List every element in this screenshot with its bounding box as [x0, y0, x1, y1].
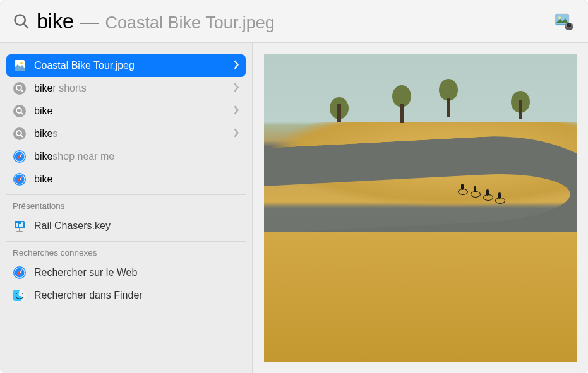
- section-header-related: Recherches connexes: [6, 241, 246, 261]
- safari-icon: [13, 172, 27, 186]
- keynote-file-icon: [13, 219, 27, 233]
- chevron-right-icon: [233, 83, 239, 95]
- search-query-text: bike: [37, 9, 74, 33]
- svg-point-11: [13, 82, 26, 95]
- search-completion-text: Coastal Bike Tour.jpeg: [105, 13, 275, 33]
- suggestion-row[interactable]: bike: [6, 168, 246, 191]
- svg-point-4: [558, 16, 561, 19]
- svg-rect-30: [19, 224, 21, 227]
- safari-icon: [13, 150, 27, 163]
- svg-point-7: [567, 23, 572, 28]
- svg-point-0: [15, 15, 25, 25]
- svg-point-14: [13, 105, 26, 117]
- suggestion-label: bikes: [34, 128, 233, 139]
- result-label: Rechercher sur le Web: [34, 267, 239, 278]
- search-icon: [13, 81, 27, 95]
- safari-icon: [13, 266, 27, 280]
- svg-point-8: [569, 24, 570, 25]
- svg-point-36: [16, 293, 17, 294]
- search-input[interactable]: bike — Coastal Bike Tour.jpeg: [37, 9, 575, 33]
- search-icon: [13, 13, 30, 30]
- result-label: Coastal Bike Tour.jpeg: [34, 60, 233, 71]
- preview-app-icon: [554, 11, 575, 33]
- section-header-presentations: Présentations: [6, 194, 246, 215]
- svg-line-1: [24, 24, 28, 28]
- chevron-right-icon: [233, 60, 239, 72]
- jpeg-file-icon: [13, 59, 27, 73]
- suggestion-row[interactable]: bikes: [6, 122, 246, 145]
- suggestion-label: biker shorts: [34, 83, 233, 94]
- suggestion-row[interactable]: biker shorts: [6, 77, 246, 100]
- svg-point-37: [22, 293, 23, 294]
- search-icon: [13, 104, 27, 118]
- suggestion-label: bike: [34, 105, 233, 117]
- search-bar[interactable]: bike — Coastal Bike Tour.jpeg: [0, 0, 588, 43]
- suggestion-label: bike: [34, 174, 239, 185]
- search-web-row[interactable]: Rechercher sur le Web: [6, 261, 246, 284]
- svg-point-10: [20, 62, 23, 64]
- chevron-right-icon: [233, 105, 239, 117]
- result-label: Rail Chasers.key: [34, 220, 239, 232]
- svg-point-17: [13, 127, 26, 140]
- svg-rect-31: [21, 222, 23, 227]
- spotlight-window: bike — Coastal Bike Tour.jpeg: [0, 0, 588, 373]
- svg-rect-29: [16, 223, 18, 227]
- svg-rect-28: [16, 231, 23, 232]
- search-icon: [13, 127, 27, 141]
- result-label: Rechercher dans Finder: [34, 290, 239, 301]
- result-top-hit[interactable]: Coastal Bike Tour.jpeg: [6, 54, 246, 77]
- body-area: Coastal Bike Tour.jpeg biker shorts bike: [0, 43, 588, 373]
- preview-image: [264, 54, 577, 362]
- search-finder-row[interactable]: Rechercher dans Finder: [6, 284, 246, 307]
- search-separator: —: [80, 11, 99, 33]
- svg-rect-27: [19, 228, 20, 231]
- suggestion-row[interactable]: bike shop near me: [6, 145, 246, 168]
- finder-icon: [13, 288, 27, 302]
- suggestion-row[interactable]: bike: [6, 100, 246, 122]
- result-file[interactable]: Rail Chasers.key: [6, 215, 246, 237]
- preview-pane: [253, 43, 588, 373]
- suggestion-label: bike shop near me: [34, 151, 239, 162]
- chevron-right-icon: [233, 128, 239, 140]
- results-sidebar: Coastal Bike Tour.jpeg biker shorts bike: [0, 43, 253, 373]
